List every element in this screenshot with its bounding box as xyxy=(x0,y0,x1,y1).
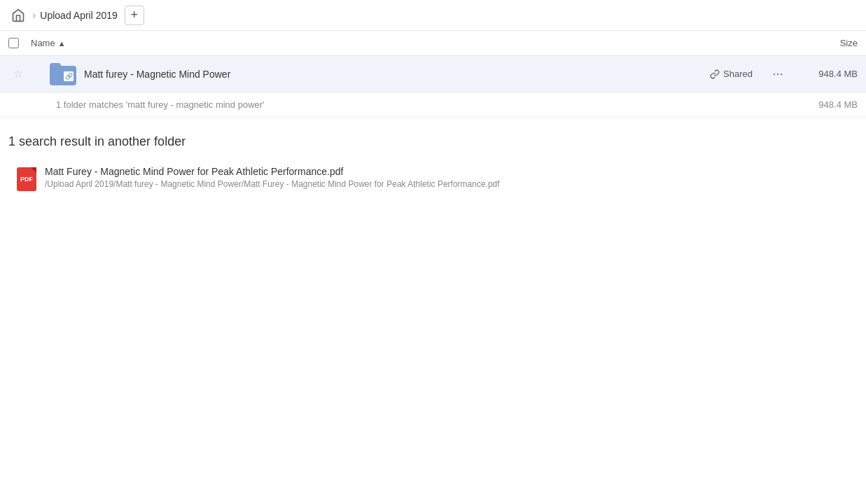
pdf-icon: PDF xyxy=(17,167,36,191)
column-header-row: Name ▲ Size xyxy=(0,31,866,56)
folder-row[interactable]: ☆ Matt furey - Magnetic Mind Power Share… xyxy=(0,56,866,92)
name-label: Name xyxy=(31,38,55,48)
folder-icon-wrapper xyxy=(48,62,78,87)
more-icon: ··· xyxy=(772,66,783,81)
pdf-result-row[interactable]: PDF Matt Furey - Magnetic Mind Power for… xyxy=(8,160,858,197)
breadcrumb-folder-name[interactable]: Upload April 2019 xyxy=(40,10,118,21)
size-column-header[interactable]: Size xyxy=(788,38,858,48)
match-info-size: 948.4 MB xyxy=(818,99,858,110)
header-checkbox-col xyxy=(8,38,31,48)
add-button[interactable]: + xyxy=(125,6,144,25)
pdf-label: PDF xyxy=(20,176,33,183)
match-info-text: 1 folder matches 'matt furey - magnetic … xyxy=(56,99,265,110)
shared-button[interactable]: Shared xyxy=(710,69,753,79)
pdf-info: Matt Furey - Magnetic Mind Power for Pea… xyxy=(45,166,500,189)
home-button[interactable] xyxy=(8,6,28,25)
folder-icon xyxy=(50,63,76,85)
folder-size: 948.4 MB xyxy=(795,69,858,79)
shared-label: Shared xyxy=(723,69,753,79)
more-options-button[interactable]: ··· xyxy=(767,63,789,85)
pdf-name[interactable]: Matt Furey - Magnetic Mind Power for Pea… xyxy=(45,166,500,177)
search-result-heading: 1 search result in another folder xyxy=(8,134,858,149)
pdf-path: /Upload April 2019/Matt furey - Magnetic… xyxy=(45,179,500,189)
match-info-bar: 1 folder matches 'matt furey - magnetic … xyxy=(0,92,866,118)
folder-link-badge xyxy=(64,71,74,81)
link-icon xyxy=(710,69,720,79)
folder-name[interactable]: Matt furey - Magnetic Mind Power xyxy=(84,69,710,80)
sort-arrow-icon: ▲ xyxy=(58,39,66,48)
select-all-checkbox[interactable] xyxy=(8,38,19,48)
star-icon: ☆ xyxy=(13,67,23,80)
breadcrumb-bar: › Upload April 2019 + xyxy=(0,0,866,31)
name-column-header[interactable]: Name ▲ xyxy=(31,38,788,48)
breadcrumb-separator: › xyxy=(32,9,36,22)
star-button[interactable]: ☆ xyxy=(8,67,28,80)
search-result-section: 1 search result in another folder PDF Ma… xyxy=(0,118,866,208)
